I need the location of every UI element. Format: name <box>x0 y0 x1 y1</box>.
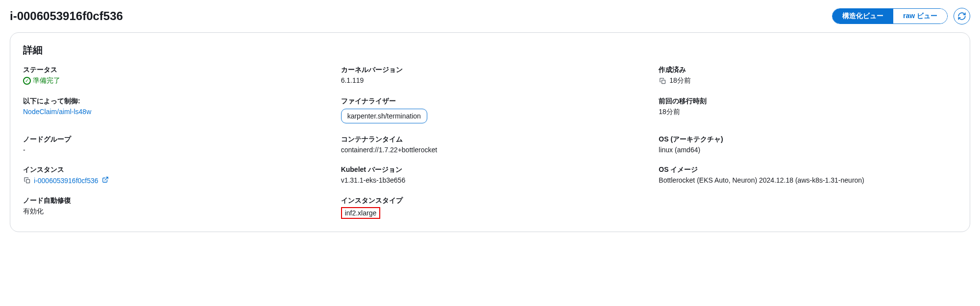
details-panel: 詳細 ステータス ✓ 準備完了 カーネルバージョン 6.1.119 作成済み 1… <box>10 32 970 232</box>
kubelet-value: v1.31.1-eks-1b3e656 <box>341 176 639 184</box>
os-image-label: OS イメージ <box>659 165 957 174</box>
svg-line-2 <box>105 177 108 180</box>
runtime-label: コンテナランタイム <box>341 135 639 144</box>
instance-label: インスタンス <box>23 165 321 174</box>
refresh-icon <box>957 12 966 21</box>
raw-view-button[interactable]: raw ビュー <box>893 9 947 24</box>
panel-title: 詳細 <box>23 44 957 57</box>
auto-repair-value: 有効化 <box>23 207 321 216</box>
controlled-by-link[interactable]: NodeClaim/aiml-ls48w <box>23 108 91 116</box>
created-text: 18分前 <box>669 76 691 85</box>
kernel-label: カーネルバージョン <box>341 66 639 74</box>
kubelet-label: Kubelet バージョン <box>341 165 639 174</box>
status-value: ✓ 準備完了 <box>23 76 321 85</box>
field-status: ステータス ✓ 準備完了 <box>23 66 321 85</box>
field-empty <box>659 196 957 219</box>
structured-view-button[interactable]: 構造化ビュー <box>833 9 893 24</box>
view-toggle: 構造化ビュー raw ビュー <box>832 8 948 24</box>
instance-type-value: inf2.xlarge <box>341 207 381 219</box>
created-value: 18分前 <box>659 76 957 85</box>
field-last-transition: 前回の移行時刻 18分前 <box>659 97 957 123</box>
instance-text: i-0006053916f0cf536 <box>34 177 98 185</box>
os-image-value: Bottlerocket (EKS Auto, Neuron) 2024.12.… <box>659 176 957 184</box>
auto-repair-label: ノード自動修復 <box>23 196 321 205</box>
instance-link[interactable]: i-0006053916f0cf536 <box>34 176 109 185</box>
created-label: 作成済み <box>659 66 957 74</box>
check-icon: ✓ <box>23 77 31 85</box>
nodegroup-value: - <box>23 146 321 154</box>
field-controlled-by: 以下によって制御: NodeClaim/aiml-ls48w <box>23 97 321 123</box>
external-link-icon <box>102 176 109 183</box>
field-auto-repair: ノード自動修復 有効化 <box>23 196 321 219</box>
svg-rect-1 <box>26 180 29 183</box>
last-transition-value: 18分前 <box>659 108 957 117</box>
status-label: ステータス <box>23 66 321 74</box>
field-created: 作成済み 18分前 <box>659 66 957 85</box>
field-instance: インスタンス i-0006053916f0cf536 <box>23 165 321 185</box>
header-actions: 構造化ビュー raw ビュー <box>832 8 970 24</box>
field-instance-type: インスタンスタイプ inf2.xlarge <box>341 196 639 219</box>
field-kubelet: Kubelet バージョン v1.31.1-eks-1b3e656 <box>341 165 639 185</box>
field-kernel: カーネルバージョン 6.1.119 <box>341 66 639 85</box>
status-text: 準備完了 <box>33 76 60 85</box>
copy-icon[interactable] <box>23 177 31 185</box>
field-os-arch: OS (アーキテクチャ) linux (amd64) <box>659 135 957 154</box>
finalizer-chip[interactable]: karpenter.sh/termination <box>341 109 427 123</box>
refresh-button[interactable] <box>954 8 970 24</box>
controlled-by-label: 以下によって制御: <box>23 97 321 106</box>
kernel-value: 6.1.119 <box>341 76 639 84</box>
details-grid: ステータス ✓ 準備完了 カーネルバージョン 6.1.119 作成済み 18分前… <box>23 66 957 219</box>
copy-icon[interactable] <box>659 77 666 85</box>
nodegroup-label: ノードグループ <box>23 135 321 144</box>
field-nodegroup: ノードグループ - <box>23 135 321 154</box>
last-transition-label: 前回の移行時刻 <box>659 97 957 106</box>
svg-rect-0 <box>662 80 665 83</box>
field-runtime: コンテナランタイム containerd://1.7.22+bottlerock… <box>341 135 639 154</box>
instance-type-label: インスタンスタイプ <box>341 196 639 205</box>
os-arch-value: linux (amd64) <box>659 146 957 154</box>
finalizer-label: ファイナライザー <box>341 97 639 106</box>
field-finalizer: ファイナライザー karpenter.sh/termination <box>341 97 639 123</box>
os-arch-label: OS (アーキテクチャ) <box>659 135 957 144</box>
page-title: i-0006053916f0cf536 <box>10 9 123 23</box>
runtime-value: containerd://1.7.22+bottlerocket <box>341 146 639 154</box>
field-os-image: OS イメージ Bottlerocket (EKS Auto, Neuron) … <box>659 165 957 185</box>
